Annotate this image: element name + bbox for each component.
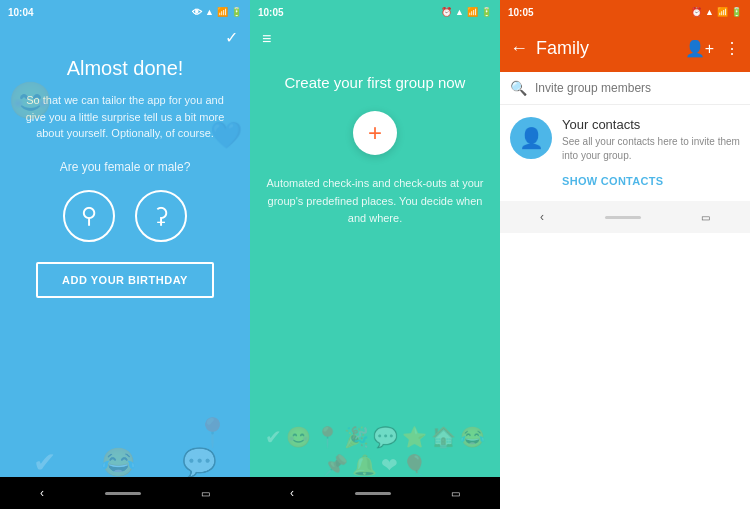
female-button[interactable]: ⚲ (63, 190, 115, 242)
search-bar[interactable]: 🔍 (500, 72, 750, 105)
nav-bar-p2: ‹ ▭ (250, 477, 500, 509)
toolbar-actions: 👤+ ⋮ (685, 39, 740, 58)
wifi-icon: 📶 (217, 7, 228, 17)
battery-icon: 🔋 (231, 7, 242, 17)
panel-create-group: 10:05 ⏰ ▲ 📶 🔋 ≡ Create your first group … (250, 0, 500, 509)
p3-toolbar-title: Family (536, 38, 677, 59)
deco-pin: 📍 (195, 416, 230, 449)
panel-onboarding: 10:04 👁 ▲ 📶 🔋 ✓ 😊 💙 📍 Almost done! So th… (0, 0, 250, 509)
home-indicator-p3 (605, 216, 641, 219)
status-time-p1: 10:04 (8, 7, 34, 18)
back-nav-p3[interactable]: ‹ (540, 210, 544, 224)
recents-nav-p3[interactable]: ▭ (701, 212, 710, 223)
plus-icon: + (368, 121, 382, 145)
p1-header: ✓ (0, 24, 250, 47)
contact-row: 👤 Your contacts See all your contacts he… (510, 117, 740, 189)
search-icon: 🔍 (510, 80, 527, 96)
signal-icon-p2: ▲ (455, 7, 464, 17)
p1-title: Almost done! (67, 57, 184, 80)
recents-nav-p2[interactable]: ▭ (451, 488, 460, 499)
p2-header: ≡ (250, 24, 500, 54)
wifi-icon-p2: 📶 (467, 7, 478, 17)
contacts-title: Your contacts (562, 117, 740, 132)
signal-icon-p3: ▲ (705, 7, 714, 17)
deco-smiley: 😊 (8, 80, 53, 122)
battery-icon-p2: 🔋 (481, 7, 492, 17)
deco-heart: 💙 (210, 120, 242, 151)
back-button[interactable]: ← (510, 38, 528, 59)
birthday-button[interactable]: ADD YOUR BIRTHDAY (36, 262, 214, 298)
status-bar-p1: 10:04 👁 ▲ 📶 🔋 (0, 0, 250, 24)
search-input[interactable] (535, 81, 740, 95)
contacts-section: 👤 Your contacts See all your contacts he… (500, 105, 750, 201)
status-bar-p2: 10:05 ⏰ ▲ 📶 🔋 (250, 0, 500, 24)
add-group-button[interactable]: + (353, 111, 397, 155)
panel-family: 10:05 ⏰ ▲ 📶 🔋 ← Family 👤+ ⋮ 🔍 👤 Your con… (500, 0, 750, 509)
signal-icon: ▲ (205, 7, 214, 17)
contacts-avatar: 👤 (510, 117, 552, 159)
gender-buttons-group: ⚲ ⚳ (63, 190, 187, 242)
battery-icon-p3: 🔋 (731, 7, 742, 17)
back-nav-icon[interactable]: ‹ (40, 486, 44, 500)
p2-title: Create your first group now (285, 74, 466, 91)
checkmark-icon: ✓ (225, 28, 238, 47)
add-member-icon[interactable]: 👤+ (685, 39, 714, 58)
home-indicator-p1 (105, 492, 141, 495)
contact-info: Your contacts See all your contacts here… (562, 117, 740, 189)
p3-toolbar: ← Family 👤+ ⋮ (500, 24, 750, 72)
recents-nav-icon[interactable]: ▭ (201, 488, 210, 499)
show-contacts-button[interactable]: SHOW CONTACTS (562, 175, 663, 187)
contacts-description: See all your contacts here to invite the… (562, 135, 740, 163)
hamburger-icon[interactable]: ≡ (262, 30, 271, 48)
male-icon: ⚳ (153, 203, 169, 229)
nav-bar-p1: ‹ ▭ (0, 477, 250, 509)
p1-gender-question: Are you female or male? (60, 160, 191, 174)
nav-bar-p3: ‹ ▭ (500, 201, 750, 233)
p2-description: Automated check-ins and check-outs at yo… (266, 175, 484, 228)
status-icons-p1: 👁 ▲ 📶 🔋 (192, 7, 242, 18)
deco-bottom-p2: ✔ 😊 📍 🎉 💬 ⭐ 🏠 😂 📌 🔔 ❤ 🎈 (250, 357, 500, 477)
status-bar-p3: 10:05 ⏰ ▲ 📶 🔋 (500, 0, 750, 24)
female-icon: ⚲ (81, 203, 97, 229)
contacts-avatar-icon: 👤 (519, 126, 544, 150)
back-nav-p2[interactable]: ‹ (290, 486, 294, 500)
home-indicator-p2 (355, 492, 391, 495)
alarm-icon-p2: ⏰ (441, 7, 452, 17)
male-button[interactable]: ⚳ (135, 190, 187, 242)
eye-icon: 👁 (192, 7, 202, 18)
more-options-icon[interactable]: ⋮ (724, 39, 740, 58)
wifi-icon-p3: 📶 (717, 7, 728, 17)
alarm-icon-p3: ⏰ (691, 7, 702, 17)
